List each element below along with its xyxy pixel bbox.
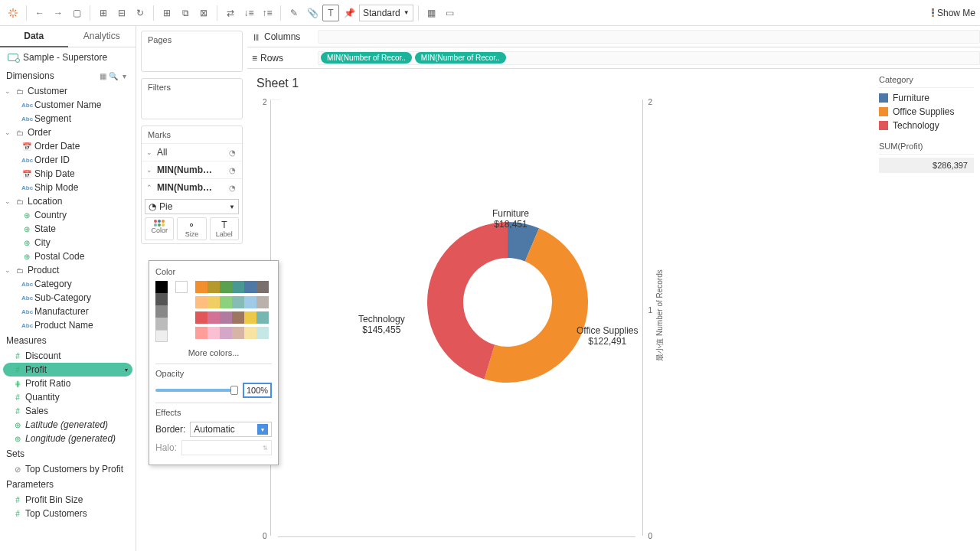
set-top-customers[interactable]: ⊘Top Customers by Profit — [0, 462, 136, 476]
color-swatch[interactable] — [256, 327, 269, 339]
text-icon[interactable]: T — [322, 5, 339, 21]
color-swatch[interactable] — [155, 305, 168, 318]
field-order-id[interactable]: AbcOrder ID — [0, 153, 136, 167]
color-swatch[interactable] — [155, 330, 168, 342]
color-swatch[interactable] — [195, 327, 207, 339]
color-swatch[interactable] — [244, 311, 256, 324]
slider-thumb[interactable] — [230, 386, 238, 395]
marks-size-button[interactable]: ⚬Size — [177, 217, 206, 240]
marks-color-button[interactable]: Color — [145, 217, 174, 240]
tab-data[interactable]: Data — [0, 26, 68, 47]
datasource-item[interactable]: Sample - Superstore — [0, 47, 136, 67]
opacity-input[interactable] — [243, 383, 272, 398]
swap-icon[interactable]: ⇄ — [222, 5, 239, 21]
color-swatch[interactable] — [207, 281, 220, 293]
color-swatch[interactable] — [244, 281, 256, 293]
view-data-icon[interactable]: ▦ — [97, 70, 108, 81]
field-quantity[interactable]: #Quantity — [0, 390, 136, 404]
marks-axis-2[interactable]: ⌃MIN(Numb…◔ — [142, 178, 242, 196]
color-swatch[interactable] — [232, 327, 244, 339]
field-country[interactable]: ⊕Country — [0, 208, 136, 222]
field-segment[interactable]: AbcSegment — [0, 112, 136, 126]
presentation-icon[interactable]: ▭ — [442, 5, 459, 21]
pin-icon[interactable]: 📌 — [341, 5, 358, 21]
tableau-logo-icon[interactable] — [5, 5, 21, 21]
color-swatch[interactable] — [256, 311, 269, 324]
color-swatch[interactable] — [220, 296, 232, 308]
field-customer-name[interactable]: AbcCustomer Name — [0, 98, 136, 112]
color-swatch[interactable] — [155, 281, 168, 293]
duplicate-icon[interactable]: ⧉ — [177, 5, 194, 21]
field-postal-code[interactable]: ⊕Postal Code — [0, 249, 136, 263]
field-profit[interactable]: #Profit▾ — [3, 363, 132, 377]
color-swatch[interactable] — [155, 293, 168, 305]
color-swatch[interactable] — [232, 281, 244, 293]
pages-shelf[interactable]: Pages — [141, 31, 243, 72]
color-swatch[interactable] — [244, 296, 256, 308]
marks-label-button[interactable]: TLabel — [210, 217, 239, 240]
chart-area[interactable]: Sheet 1 2 0 2 1 0 最小值 Number of Records — [247, 69, 873, 551]
clear-icon[interactable]: ⊠ — [195, 5, 212, 21]
donut-chart[interactable] — [420, 214, 596, 390]
field-discount[interactable]: #Discount — [0, 349, 136, 363]
field-ship-date[interactable]: 📅Ship Date — [0, 167, 136, 181]
marks-axis-1[interactable]: ⌄MIN(Numb…◔ — [142, 161, 242, 178]
save-icon[interactable]: ▢ — [68, 5, 85, 21]
legend-technology[interactable]: Technology — [879, 119, 974, 132]
folder-order[interactable]: ⌄🗀Order — [0, 126, 136, 139]
field-profit-ratio[interactable]: ⋕Profit Ratio — [0, 377, 136, 390]
group-icon[interactable]: 📎 — [304, 5, 321, 21]
field-product-name[interactable]: AbcProduct Name — [0, 318, 136, 332]
param-profit-bin[interactable]: #Profit Bin Size — [0, 493, 136, 507]
field-longitude[interactable]: ⊕Longitude (generated) — [0, 432, 136, 445]
mark-type-dropdown[interactable]: ◔Pie▼ — [145, 199, 239, 214]
field-state[interactable]: ⊕State — [0, 222, 136, 236]
color-swatch[interactable] — [220, 281, 232, 293]
folder-location[interactable]: ⌄🗀Location — [0, 194, 136, 208]
field-order-date[interactable]: 📅Order Date — [0, 139, 136, 153]
refresh-icon[interactable]: ↻ — [132, 5, 149, 21]
color-swatch[interactable] — [207, 327, 220, 339]
pause-icon[interactable]: ⊟ — [113, 5, 130, 21]
sheet-title[interactable]: Sheet 1 — [247, 69, 873, 93]
redo-icon[interactable]: → — [50, 5, 67, 21]
color-swatch[interactable] — [256, 296, 269, 308]
legend-furniture[interactable]: Furniture — [879, 91, 974, 105]
field-sales[interactable]: #Sales — [0, 404, 136, 418]
columns-shelf[interactable]: ⫼Columns — [247, 26, 980, 47]
color-swatch[interactable] — [220, 327, 232, 339]
color-swatch[interactable] — [220, 311, 232, 324]
color-swatch[interactable] — [207, 311, 220, 324]
folder-customer[interactable]: ⌄🗀Customer — [0, 84, 136, 98]
opacity-slider[interactable] — [155, 389, 238, 392]
color-swatch[interactable] — [232, 311, 244, 324]
field-city[interactable]: ⊕City — [0, 236, 136, 249]
sort-asc-icon[interactable]: ↓≡ — [240, 5, 257, 21]
param-top-customers[interactable]: #Top Customers — [0, 507, 136, 520]
halo-dropdown[interactable]: ⇅ — [181, 440, 272, 455]
color-swatch[interactable] — [195, 296, 207, 308]
marks-all[interactable]: ⌄All◔ — [142, 143, 242, 161]
color-swatch[interactable] — [195, 281, 207, 293]
undo-icon[interactable]: ← — [31, 5, 48, 21]
field-latitude[interactable]: ⊕Latitude (generated) — [0, 418, 136, 432]
color-swatch[interactable] — [195, 311, 207, 324]
border-dropdown[interactable]: Automatic▾ — [190, 422, 272, 437]
search-icon[interactable]: 🔍 — [108, 70, 119, 81]
new-datasource-icon[interactable]: ⊞ — [95, 5, 112, 21]
color-swatch[interactable] — [175, 281, 188, 293]
filters-shelf[interactable]: Filters — [141, 78, 243, 119]
field-category[interactable]: AbcCategory — [0, 277, 136, 291]
pill-min-records-1[interactable]: MIN(Number of Recor.. — [321, 52, 412, 64]
color-swatch[interactable] — [244, 327, 256, 339]
show-cards-icon[interactable]: ▦ — [423, 5, 440, 21]
sort-desc-icon[interactable]: ↑≡ — [259, 5, 276, 21]
pill-min-records-2[interactable]: MIN(Number of Recor.. — [415, 52, 506, 64]
color-swatch[interactable] — [256, 281, 269, 293]
fit-dropdown[interactable]: Standard▼ — [359, 5, 413, 21]
color-swatch[interactable] — [232, 296, 244, 308]
color-swatch[interactable] — [207, 296, 220, 308]
new-worksheet-icon[interactable]: ⊞ — [158, 5, 175, 21]
menu-icon[interactable]: ▾ — [119, 70, 129, 81]
color-swatch[interactable] — [155, 318, 168, 330]
